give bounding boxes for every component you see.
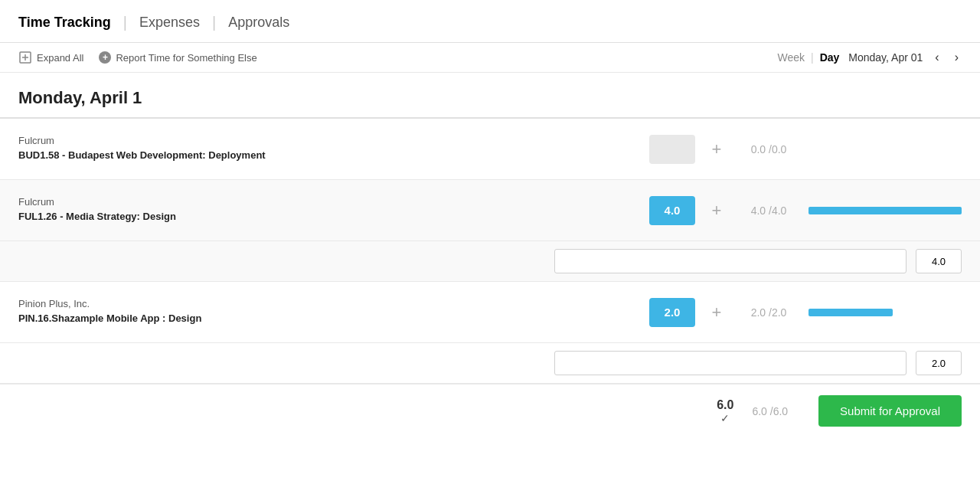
submit-for-approval-button[interactable]: Submit for Approval xyxy=(818,395,962,427)
entry-2-project: FUL1.26 - Media Strategy: Design xyxy=(18,210,416,224)
entry-3-progress-bar xyxy=(808,309,893,316)
entry-1-hours-current: 0.0 xyxy=(751,143,766,155)
entry-3-project: PIN.16.Shazample Mobile App : Design xyxy=(18,312,416,326)
prev-date-arrow[interactable]: ‹ xyxy=(932,51,942,64)
checkmark-icon: ✓ xyxy=(720,412,730,424)
entry-2-hours-current: 4.0 xyxy=(751,205,766,217)
expand-all-label: Expand All xyxy=(37,52,83,64)
next-date-arrow[interactable]: › xyxy=(952,51,962,64)
entry-3-notes-input[interactable] xyxy=(554,351,906,375)
page-date-heading: Monday, April 1 xyxy=(0,73,980,119)
view-sep: | xyxy=(811,51,814,64)
total-hours-current: 6.0 xyxy=(752,405,766,417)
entry-1-progress-container xyxy=(808,146,962,153)
report-time-label: Report Time for Something Else xyxy=(116,52,256,64)
entry-2-hours-display: 4.0 /4.0 xyxy=(738,205,799,217)
entry-1-hours-max: 0.0 xyxy=(772,143,786,155)
expand-all-icon xyxy=(18,51,32,64)
entry-3-info: Pinion Plus, Inc. PIN.16.Shazample Mobil… xyxy=(18,289,416,335)
entry-3-slash: / xyxy=(766,306,772,319)
nav-approvals[interactable]: Approvals xyxy=(216,15,302,31)
entry-3-time-badge[interactable]: 2.0 xyxy=(649,298,695,327)
entries-container: Fulcrum BUD1.58 - Budapest Web Developme… xyxy=(0,119,980,437)
current-date-display: Monday, Apr 01 xyxy=(848,51,923,64)
entry-3-input-row xyxy=(0,343,980,384)
table-row: Pinion Plus, Inc. PIN.16.Shazample Mobil… xyxy=(0,282,980,343)
entry-2-progress-bar xyxy=(808,207,962,214)
entry-1-client: Fulcrum xyxy=(18,135,416,146)
toolbar: Expand All + Report Time for Something E… xyxy=(0,43,980,73)
total-hours-fraction: 6.0 /6.0 xyxy=(752,405,788,417)
view-day[interactable]: Day xyxy=(820,51,840,64)
entry-2-time-badge[interactable]: 4.0 xyxy=(649,196,695,225)
report-time-action[interactable]: + Report Time for Something Else xyxy=(99,51,256,64)
entry-1-info: Fulcrum BUD1.58 - Budapest Web Developme… xyxy=(18,126,416,172)
toolbar-right: Week | Day Monday, Apr 01 ‹ › xyxy=(777,51,962,64)
expand-all-action[interactable]: Expand All xyxy=(18,51,83,64)
entry-2-progress-container xyxy=(808,207,962,214)
view-toggle: Week | Day xyxy=(777,51,839,64)
entry-3-hours-display: 2.0 /2.0 xyxy=(738,306,799,319)
entry-2-add-button[interactable]: + xyxy=(704,198,729,223)
entry-3-add-button[interactable]: + xyxy=(704,300,729,325)
entry-3-hours-current: 2.0 xyxy=(751,306,766,319)
view-week[interactable]: Week xyxy=(777,51,805,64)
table-row: Fulcrum FUL1.26 - Media Strategy: Design… xyxy=(0,180,980,241)
toolbar-left: Expand All + Report Time for Something E… xyxy=(18,51,762,64)
entry-2-input-row xyxy=(0,241,980,282)
entry-1-hours-display: 0.0 /0.0 xyxy=(738,143,799,155)
entry-3-client: Pinion Plus, Inc. xyxy=(18,298,416,309)
entry-2-hours-input[interactable] xyxy=(916,249,962,273)
entry-1-project: BUD1.58 - Budapest Web Development: Depl… xyxy=(18,149,416,162)
entry-3-hours-max: 2.0 xyxy=(772,306,786,319)
footer-row: 6.0 ✓ 6.0 /6.0 Submit for Approval xyxy=(0,384,980,437)
entry-2-info: Fulcrum FUL1.26 - Media Strategy: Design xyxy=(18,187,416,233)
entry-1-time-badge[interactable] xyxy=(649,135,695,164)
entry-2-client: Fulcrum xyxy=(18,196,416,208)
entry-1-add-button[interactable]: + xyxy=(704,137,729,162)
table-row: Fulcrum BUD1.58 - Budapest Web Developme… xyxy=(0,119,980,180)
top-navigation: Time Tracking | Expenses | Approvals xyxy=(0,0,980,43)
entry-2-slash: / xyxy=(766,205,772,217)
entry-2-hours-max: 4.0 xyxy=(772,205,786,217)
entry-2-notes-input[interactable] xyxy=(554,249,906,273)
nav-time-tracking[interactable]: Time Tracking xyxy=(18,15,123,31)
entry-3-hours-input[interactable] xyxy=(916,351,962,375)
total-hours-value: 6.0 xyxy=(717,398,733,412)
entry-3-progress-container xyxy=(808,309,962,316)
add-circle-icon: + xyxy=(99,51,111,64)
entry-1-slash: / xyxy=(766,143,772,155)
total-hours-max: 6.0 xyxy=(773,405,788,417)
nav-expenses[interactable]: Expenses xyxy=(127,15,212,31)
total-section: 6.0 ✓ xyxy=(717,398,733,424)
